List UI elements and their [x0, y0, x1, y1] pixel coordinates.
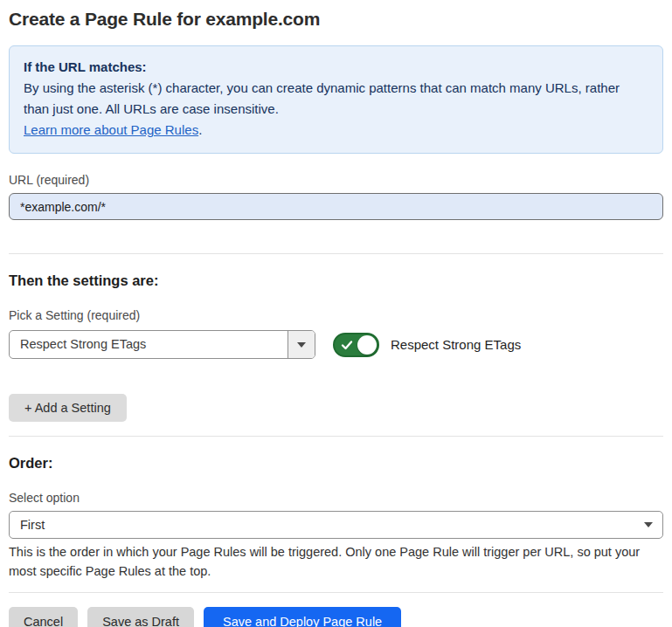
cancel-button[interactable]: Cancel	[9, 607, 78, 627]
page-title: Create a Page Rule for example.com	[9, 9, 663, 30]
setting-select-value: Respect Strong ETags	[10, 331, 288, 358]
info-box-body: By using the asterisk (*) character, you…	[24, 78, 648, 120]
respect-strong-etags-toggle[interactable]	[333, 333, 379, 357]
settings-section-heading: Then the settings are:	[9, 272, 663, 289]
footer-actions: Cancel Save as Draft Save and Deploy Pag…	[9, 607, 663, 627]
add-setting-button[interactable]: + Add a Setting	[9, 394, 127, 422]
toggle-knob	[357, 335, 377, 355]
learn-more-link[interactable]: Learn more about Page Rules	[24, 122, 198, 137]
setting-row: Respect Strong ETags Respect Strong ETag…	[9, 330, 663, 359]
order-select-value: First	[20, 518, 45, 532]
order-help-text: This is the order in which your Page Rul…	[9, 543, 663, 581]
setting-select[interactable]: Respect Strong ETags	[9, 330, 315, 359]
toggle-label: Respect Strong ETags	[391, 337, 521, 352]
url-input[interactable]	[9, 193, 663, 220]
create-page-rule-panel: Create a Page Rule for example.com If th…	[0, 9, 672, 627]
pick-setting-label: Pick a Setting (required)	[9, 308, 663, 322]
save-as-draft-button[interactable]: Save as Draft	[87, 607, 194, 627]
order-select-label: Select option	[9, 491, 663, 505]
divider	[9, 253, 663, 254]
url-field-label: URL (required)	[9, 173, 663, 187]
divider	[9, 436, 663, 437]
info-box-link-line: Learn more about Page Rules.	[24, 120, 648, 141]
order-select[interactable]: First	[9, 511, 663, 539]
link-period: .	[198, 122, 202, 137]
chevron-down-icon	[297, 342, 306, 348]
save-and-deploy-button[interactable]: Save and Deploy Page Rule	[204, 607, 401, 627]
divider	[9, 592, 663, 593]
info-box-heading: If the URL matches:	[24, 57, 648, 78]
setting-select-arrow-button[interactable]	[288, 331, 315, 358]
chevron-down-icon	[644, 522, 653, 527]
check-icon	[341, 339, 353, 351]
order-section-heading: Order:	[9, 455, 663, 472]
url-match-info-box: If the URL matches: By using the asteris…	[9, 45, 663, 154]
